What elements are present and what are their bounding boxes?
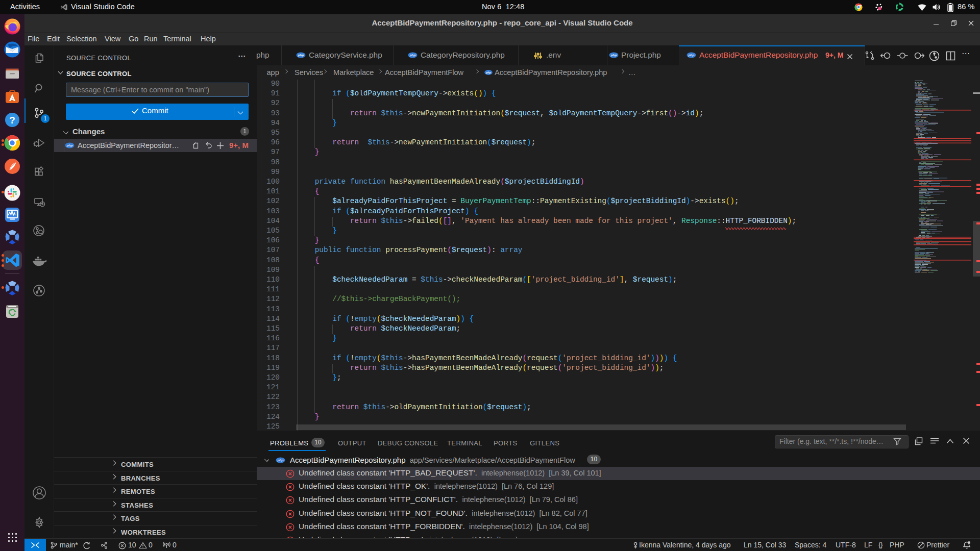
svg-text:php: php [277,458,284,462]
